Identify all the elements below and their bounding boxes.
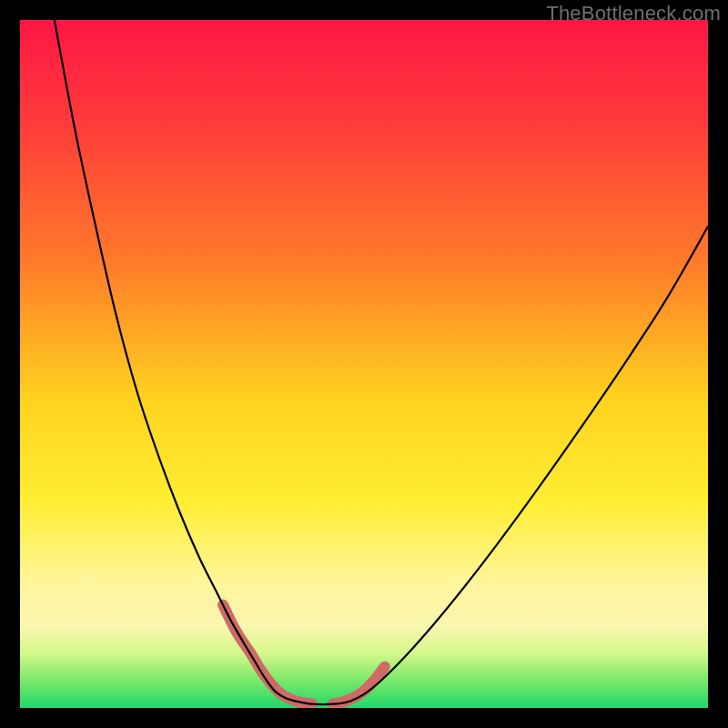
bottleneck-chart (20, 20, 708, 708)
gradient-background (20, 20, 708, 708)
watermark-text: TheBottleneck.com (546, 2, 721, 25)
chart-frame: TheBottleneck.com (0, 0, 728, 728)
plot-area (20, 20, 708, 708)
